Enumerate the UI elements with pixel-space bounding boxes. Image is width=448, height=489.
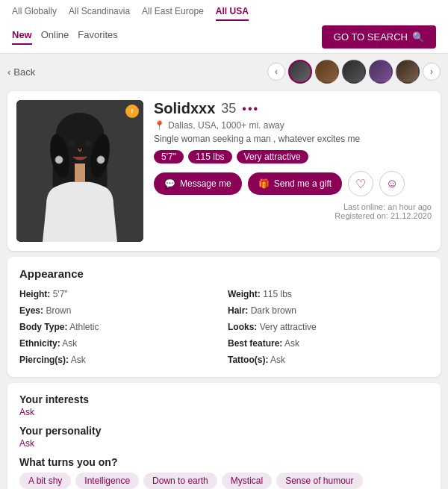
hair-label: Hair: [228, 305, 248, 316]
turns-on-tags: A bit shy Intelligence Down to earth Mys… [19, 473, 429, 489]
tag-a-bit-shy: A bit shy [19, 473, 71, 489]
region-tab-all-usa[interactable]: All USA [216, 6, 249, 21]
profile-card: ! Solidxxx 35 ••• 📍 Dallas, USA, 1000+ m… [7, 91, 441, 251]
right-arrow-icon: › [430, 66, 433, 77]
tattoos-label: Tattoo(s): [228, 355, 268, 365]
profile-name-row: Solidxxx 35 ••• [154, 100, 432, 117]
body-type-value: Athletic [69, 322, 99, 332]
more-options-button[interactable]: ••• [242, 102, 259, 116]
message-button-label: Message me [180, 178, 231, 189]
tab-new[interactable]: New [12, 29, 32, 45]
tag-looks: Very attractive [237, 150, 308, 163]
appearance-body-type: Body Type: Athletic [19, 320, 220, 334]
like-button[interactable]: ♡ [348, 171, 373, 196]
smile-icon: ☺ [386, 177, 398, 190]
interests-section: Your interests Ask Your personality Ask … [7, 383, 441, 489]
search-icon: 🔍 [412, 31, 424, 43]
profile-silhouette-svg [16, 100, 143, 242]
region-tab-globally[interactable]: All Globally [12, 6, 57, 21]
sub-tabs: New Online Favorites [12, 29, 118, 45]
appearance-piercings: Piercing(s): Ask [19, 353, 220, 367]
svg-rect-5 [75, 163, 85, 182]
message-icon: 💬 [164, 178, 175, 189]
send-gift-button[interactable]: 🎁 Send me a gift [248, 172, 342, 195]
tattoos-value: Ask [270, 355, 285, 365]
weight-value: 115 lbs [263, 289, 292, 299]
eyes-value: Brown [46, 305, 71, 316]
appearance-weight: Weight: 115 lbs [228, 287, 429, 301]
tab-online[interactable]: Online [41, 29, 69, 45]
profile-card-inner: ! Solidxxx 35 ••• 📍 Dallas, USA, 1000+ m… [16, 100, 432, 242]
ethnicity-label: Ethnicity: [19, 338, 60, 349]
region-tab-scandinavia[interactable]: All Scandinavia [69, 6, 130, 21]
appearance-grid: Height: 5'7" Weight: 115 lbs Eyes: Brown… [19, 287, 429, 367]
region-tab-east-europe[interactable]: All East Europe [142, 6, 204, 21]
best-feature-value: Ask [284, 338, 299, 349]
thumbnail-4[interactable] [369, 60, 393, 84]
profile-info: Solidxxx 35 ••• 📍 Dallas, USA, 1000+ mi.… [154, 100, 432, 242]
message-button[interactable]: 💬 Message me [154, 172, 242, 195]
tag-weight: 115 lbs [188, 150, 232, 163]
svg-point-9 [97, 156, 105, 163]
registered-text: Registered on: 21.12.2020 [154, 211, 432, 220]
back-button[interactable]: ‹ Back [7, 66, 35, 78]
profile-age: 35 [221, 101, 236, 116]
profile-location: 📍 Dallas, USA, 1000+ mi. away [154, 120, 432, 131]
prev-profile-button[interactable]: ‹ [267, 63, 285, 81]
appearance-section: Appearance Height: 5'7" Weight: 115 lbs … [7, 257, 441, 377]
last-online-text: Last online: an hour ago [154, 202, 432, 211]
tag-mystical: Mystical [222, 473, 272, 489]
eyes-label: Eyes: [19, 305, 43, 316]
appearance-tattoos: Tattoo(s): Ask [228, 353, 429, 367]
region-tabs: All Globally All Scandinavia All East Eu… [12, 6, 436, 25]
photo-badge: ! [125, 105, 139, 118]
tag-sense-of-humour: Sense of humour [276, 473, 362, 489]
wink-button[interactable]: ☺ [379, 171, 405, 196]
profile-photo-silhouette [16, 100, 143, 242]
sub-nav-row: New Online Favorites GO TO SEARCH 🔍 [12, 25, 436, 53]
svg-point-8 [55, 156, 63, 163]
tag-intelligence: Intelligence [75, 473, 139, 489]
thumbnail-navigation: ‹ › [267, 60, 441, 84]
what-turns-on-title: What turns you on? [19, 456, 429, 468]
profile-photo: ! [16, 100, 143, 242]
next-profile-button[interactable]: › [423, 63, 441, 81]
action-buttons: 💬 Message me 🎁 Send me a gift ♡ ☺ [154, 171, 432, 196]
gift-icon: 🎁 [258, 178, 270, 189]
your-personality-ask[interactable]: Ask [19, 438, 429, 449]
looks-value: Very attractive [260, 322, 317, 332]
appearance-height: Height: 5'7" [19, 287, 220, 301]
back-label: Back [13, 66, 35, 78]
weight-label: Weight: [228, 289, 261, 299]
thumbnail-2[interactable] [315, 60, 339, 84]
location-pin-icon: 📍 [154, 120, 165, 131]
svg-point-7 [84, 140, 92, 146]
heart-icon: ♡ [355, 177, 366, 191]
send-gift-label: Send me a gift [274, 178, 332, 189]
go-to-search-button[interactable]: GO TO SEARCH 🔍 [322, 25, 436, 49]
tag-down-to-earth: Down to earth [143, 473, 217, 489]
appearance-eyes: Eyes: Brown [19, 304, 220, 317]
appearance-best-feature: Best feature: Ask [228, 337, 429, 350]
tab-favorites[interactable]: Favorites [78, 29, 117, 45]
piercings-value: Ask [71, 355, 86, 365]
looks-label: Looks: [228, 322, 257, 332]
appearance-title: Appearance [19, 267, 429, 280]
profile-bio: Single woman seeking a man , whatever ex… [154, 134, 432, 144]
your-interests-ask[interactable]: Ask [19, 407, 429, 417]
tag-height: 5'7" [154, 150, 184, 163]
your-personality-title: Your personality [19, 425, 429, 437]
go-to-search-label: GO TO SEARCH [334, 31, 408, 43]
appearance-ethnicity: Ethnicity: Ask [19, 337, 220, 350]
profile-nav-row: ‹ Back ‹ › [7, 60, 441, 84]
appearance-hair: Hair: Dark brown [228, 304, 429, 317]
thumbnail-1[interactable] [288, 60, 312, 84]
thumbnail-5[interactable] [396, 60, 420, 84]
appearance-looks: Looks: Very attractive [228, 320, 429, 334]
online-info: Last online: an hour ago Registered on: … [154, 202, 432, 220]
body-type-label: Body Type: [19, 322, 67, 332]
thumbnail-3[interactable] [342, 60, 366, 84]
piercings-label: Piercing(s): [19, 355, 69, 365]
top-navigation: All Globally All Scandinavia All East Eu… [0, 0, 448, 54]
your-interests-title: Your interests [19, 393, 429, 405]
